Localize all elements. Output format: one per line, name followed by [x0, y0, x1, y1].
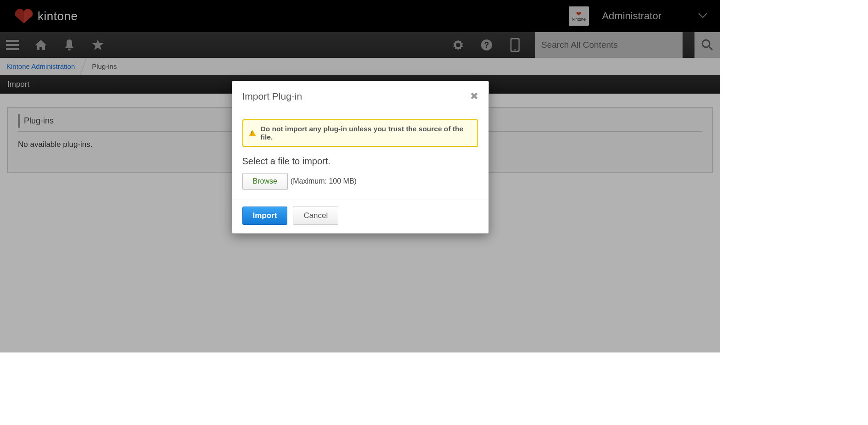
- modal-title: Import Plug-in: [242, 91, 470, 102]
- import-button[interactable]: Import: [242, 207, 288, 225]
- warning-banner: Do not import any plug-in unless you tru…: [242, 119, 478, 147]
- warning-icon: [249, 130, 256, 136]
- max-size-label: (Maximum: 100 MB): [291, 177, 357, 185]
- browse-button[interactable]: Browse: [242, 173, 288, 190]
- cancel-button[interactable]: Cancel: [293, 207, 338, 225]
- warning-text: Do not import any plug-in unless you tru…: [261, 125, 472, 141]
- close-icon[interactable]: ✖: [470, 90, 478, 102]
- import-plugin-modal: Import Plug-in ✖ Do not import any plug-…: [232, 81, 489, 234]
- select-file-label: Select a file to import.: [242, 156, 478, 167]
